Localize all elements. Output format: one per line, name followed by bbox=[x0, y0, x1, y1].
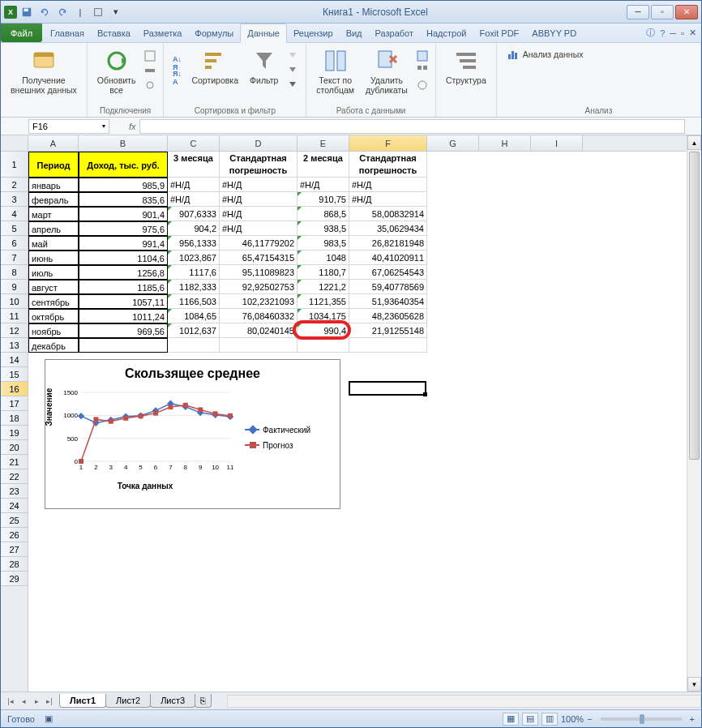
cell-D4[interactable]: #Н/Д bbox=[220, 207, 297, 221]
cell-A10[interactable]: сентябрь bbox=[28, 294, 79, 309]
cell-A11[interactable]: октябрь bbox=[28, 309, 79, 323]
select-all-corner[interactable] bbox=[1, 135, 28, 152]
sort-az-icon[interactable]: А↓Я bbox=[170, 57, 183, 70]
data-analysis-button[interactable]: Анализ данных bbox=[503, 46, 587, 62]
row-header-24[interactable]: 24 bbox=[1, 499, 28, 513]
cell-F4[interactable]: 58,00832914 bbox=[349, 207, 427, 221]
cell-B4[interactable]: 901,4 bbox=[79, 207, 168, 221]
fx-label[interactable]: fx bbox=[126, 122, 139, 131]
cell-F5[interactable]: 35,0629434 bbox=[349, 221, 427, 236]
cell-C6[interactable]: 956,1333 bbox=[168, 236, 220, 251]
cell-B5[interactable]: 975,6 bbox=[79, 221, 168, 236]
col-header-A[interactable]: A bbox=[28, 135, 79, 151]
sort-za-icon[interactable]: Я↓А bbox=[170, 71, 183, 84]
tab-nav-prev[interactable]: ◂ bbox=[17, 697, 30, 705]
cell-E1[interactable]: 2 месяца bbox=[297, 152, 349, 178]
tab-layout[interactable]: Разметка bbox=[137, 24, 189, 42]
cell-E5[interactable]: 938,5 bbox=[297, 221, 349, 236]
macro-record-icon[interactable]: ▣ bbox=[45, 713, 53, 724]
row-header-23[interactable]: 23 bbox=[1, 484, 28, 499]
file-tab[interactable]: Файл bbox=[1, 24, 42, 42]
row-header-18[interactable]: 18 bbox=[1, 411, 28, 426]
row-header-4[interactable]: 4 bbox=[1, 207, 28, 221]
grid[interactable]: ПериодДоход, тыс. руб.3 месяцаСтандартна… bbox=[28, 152, 687, 692]
view-pagebreak[interactable]: ▥ bbox=[541, 713, 558, 726]
row-header-27[interactable]: 27 bbox=[1, 542, 28, 557]
cell-B8[interactable]: 1256,8 bbox=[79, 265, 168, 280]
cell-B2[interactable]: 985,9 bbox=[79, 178, 168, 192]
tab-insert[interactable]: Вставка bbox=[91, 24, 137, 42]
cell-D5[interactable]: #Н/Д bbox=[220, 221, 297, 236]
col-header-B[interactable]: B bbox=[79, 135, 168, 151]
outline-button[interactable]: Структура bbox=[443, 46, 490, 87]
cell-F7[interactable]: 40,41020911 bbox=[349, 251, 427, 265]
cell-B11[interactable]: 1011,24 bbox=[79, 309, 168, 323]
text-to-columns-button[interactable]: Текст по столбцам bbox=[313, 46, 357, 96]
cell-A2[interactable]: январь bbox=[28, 178, 79, 192]
cell-B6[interactable]: 991,4 bbox=[79, 236, 168, 251]
cell-D9[interactable]: 92,92502753 bbox=[220, 280, 297, 294]
cell-F13[interactable] bbox=[349, 338, 427, 353]
col-header-G[interactable]: G bbox=[427, 135, 479, 151]
cell-C3[interactable]: #Н/Д bbox=[168, 192, 220, 207]
formula-input[interactable] bbox=[139, 119, 685, 134]
cell-C9[interactable]: 1182,333 bbox=[168, 280, 220, 294]
cell-E12[interactable]: 990,4 bbox=[297, 323, 349, 338]
edit-links-icon[interactable] bbox=[143, 79, 156, 92]
cell-A6[interactable]: май bbox=[28, 236, 79, 251]
close-button[interactable]: ✕ bbox=[675, 5, 698, 19]
row-header-22[interactable]: 22 bbox=[1, 469, 28, 484]
zoom-slider[interactable] bbox=[601, 717, 682, 721]
col-header-H[interactable]: H bbox=[479, 135, 531, 151]
cell-D12[interactable]: 80,0240145 bbox=[220, 323, 297, 338]
cell-B7[interactable]: 1104,6 bbox=[79, 251, 168, 265]
cell-B10[interactable]: 1057,11 bbox=[79, 294, 168, 309]
qat-save[interactable] bbox=[19, 4, 35, 20]
properties-icon[interactable] bbox=[143, 64, 156, 77]
zoom-out[interactable]: − bbox=[587, 714, 592, 724]
data-validation-icon[interactable] bbox=[416, 49, 429, 62]
cell-F10[interactable]: 51,93640354 bbox=[349, 294, 427, 309]
cell-D3[interactable]: #Н/Д bbox=[220, 192, 297, 207]
cell-E9[interactable]: 1221,2 bbox=[297, 280, 349, 294]
cell-F9[interactable]: 59,40778569 bbox=[349, 280, 427, 294]
sheet-tab-2[interactable]: Лист2 bbox=[105, 694, 151, 708]
chart-object[interactable]: Скользящее среднее Значение 050010001500… bbox=[45, 359, 340, 509]
cell-C12[interactable]: 1012,637 bbox=[168, 323, 220, 338]
cell-D13[interactable] bbox=[220, 338, 297, 353]
name-box[interactable]: F16▾ bbox=[28, 119, 109, 134]
cell-A9[interactable]: август bbox=[28, 280, 79, 294]
scroll-up-button[interactable]: ▲ bbox=[687, 135, 701, 150]
cell-B13[interactable] bbox=[79, 338, 168, 353]
cell-A8[interactable]: июль bbox=[28, 265, 79, 280]
advanced-icon[interactable] bbox=[286, 79, 299, 92]
cell-C1[interactable]: 3 месяца bbox=[168, 152, 220, 178]
cell-C11[interactable]: 1084,65 bbox=[168, 309, 220, 323]
help-button[interactable]: ? bbox=[660, 28, 665, 38]
cell-E8[interactable]: 1180,7 bbox=[297, 265, 349, 280]
row-header-3[interactable]: 3 bbox=[1, 192, 28, 207]
sheet-tab-3[interactable]: Лист3 bbox=[150, 694, 195, 708]
cell-A3[interactable]: февраль bbox=[28, 192, 79, 207]
qat-dropdown[interactable]: ▾ bbox=[108, 4, 124, 20]
tab-nav-first[interactable]: |◂ bbox=[4, 697, 17, 705]
cell-C5[interactable]: 904,2 bbox=[168, 221, 220, 236]
cell-E10[interactable]: 1121,355 bbox=[297, 294, 349, 309]
qat-preview[interactable] bbox=[90, 4, 106, 20]
cell-B3[interactable]: 835,6 bbox=[79, 192, 168, 207]
row-header-19[interactable]: 19 bbox=[1, 426, 28, 440]
cell-D2[interactable]: #Н/Д bbox=[220, 178, 297, 192]
cell-F2[interactable]: #Н/Д bbox=[349, 178, 427, 192]
row-header-25[interactable]: 25 bbox=[1, 513, 28, 528]
consolidate-icon[interactable] bbox=[416, 64, 429, 77]
cell-F6[interactable]: 26,82181948 bbox=[349, 236, 427, 251]
row-header-28[interactable]: 28 bbox=[1, 557, 28, 572]
connections-icon[interactable] bbox=[143, 49, 156, 62]
col-header-C[interactable]: C bbox=[168, 135, 220, 151]
cell-C2[interactable]: #Н/Д bbox=[168, 178, 220, 192]
col-header-D[interactable]: D bbox=[220, 135, 297, 151]
cell-E4[interactable]: 868,5 bbox=[297, 207, 349, 221]
row-header-9[interactable]: 9 bbox=[1, 280, 28, 294]
row-header-13[interactable]: 13 bbox=[1, 338, 28, 353]
cell-F11[interactable]: 48,23605628 bbox=[349, 309, 427, 323]
